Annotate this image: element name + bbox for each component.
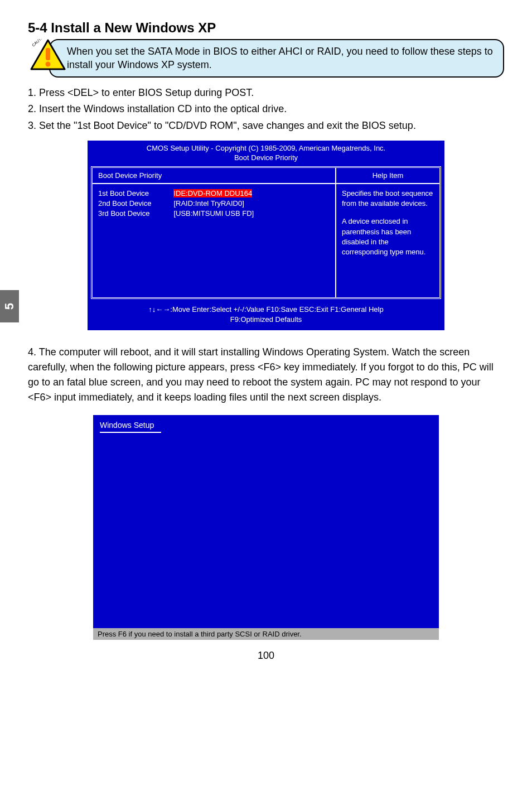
bios-footer-line1: ↑↓←→:Move Enter:Select +/-/:Value F10:Sa… — [90, 305, 442, 315]
bios-row1-label: 1st Boot Device — [98, 189, 151, 199]
windows-setup-screenshot: Windows Setup Press F6 if you need to in… — [93, 415, 439, 640]
install-steps-list: 1. Press <DEL> to enter BIOS Setup durin… — [28, 85, 504, 134]
bios-row2-value: [RAID:Intel TryRAID0] — [173, 199, 254, 209]
step-3: 3. Set the "1st Boot Device" to "CD/DVD … — [28, 118, 504, 134]
page-number: 100 — [28, 650, 504, 662]
bios-row2-label: 2nd Boot Device — [98, 199, 151, 209]
bios-body-left: 1st Boot Device 2nd Boot Device 3rd Boot… — [93, 184, 335, 297]
caution-icon: CAUTION — [30, 39, 66, 71]
bios-header-left: Boot Device Priority — [93, 168, 335, 184]
bios-help-text: Specifies the boot sequence from the ava… — [336, 184, 439, 263]
bios-row1-value-text: IDE:DVD-ROM DDU164 — [173, 189, 252, 197]
spacer — [342, 209, 434, 216]
bios-right-pane: Help Item Specifies the boot sequence fr… — [336, 168, 439, 297]
side-chapter-tab: 5 — [0, 290, 19, 322]
bios-left-pane: Boot Device Priority 1st Boot Device 2nd… — [93, 168, 336, 297]
bios-footer: ↑↓←→:Move Enter:Select +/-/:Value F10:Sa… — [88, 302, 444, 330]
caution-callout: CAUTION When you set the SATA Mode in BI… — [30, 39, 504, 78]
bios-title-line2: Boot Device Priority — [90, 153, 442, 163]
step-4-lead: 4. The computer will reboot, and it will… — [28, 346, 392, 358]
bios-row3-label: 3rd Boot Device — [98, 209, 151, 219]
bios-row3-value: [USB:MITSUMI USB FD] — [173, 209, 254, 219]
section-heading: 5-4 Install a New Windows XP — [28, 20, 504, 36]
windows-setup-body — [93, 433, 439, 628]
bios-table: Boot Device Priority 1st Boot Device 2nd… — [91, 166, 441, 299]
svg-rect-1 — [46, 48, 50, 60]
bios-help-p1: Specifies the boot sequence from the ava… — [342, 189, 434, 209]
caution-text: When you set the SATA Mode in BIOS to ei… — [49, 39, 504, 78]
bios-row1-value: IDE:DVD-ROM DDU164 — [173, 189, 254, 199]
bios-help-p2: A device enclosed in parenthesis has bee… — [342, 216, 434, 257]
bios-header-right: Help Item — [336, 168, 439, 184]
svg-point-2 — [46, 62, 51, 67]
bios-title: CMOS Setup Utility - Copyright (C) 1985-… — [88, 141, 444, 164]
side-chapter-label: 5 — [2, 303, 17, 310]
step-2: 2. Insert the Windows installation CD in… — [28, 102, 504, 117]
bios-values-col: IDE:DVD-ROM DDU164 [RAID:Intel TryRAID0]… — [173, 189, 254, 219]
windows-setup-statusbar: Press F6 if you need to install a third … — [93, 628, 439, 640]
bios-labels-col: 1st Boot Device 2nd Boot Device 3rd Boot… — [98, 189, 151, 219]
windows-setup-title: Windows Setup — [93, 415, 439, 431]
bios-screenshot: CMOS Setup Utility - Copyright (C) 1985-… — [88, 141, 444, 330]
bios-footer-line2: F9:Optimized Defaults — [90, 315, 442, 325]
bios-title-line1: CMOS Setup Utility - Copyright (C) 1985-… — [90, 144, 442, 153]
step-1: 1. Press <DEL> to enter BIOS Setup durin… — [28, 85, 504, 101]
step-4-paragraph: 4. The computer will reboot, and it will… — [28, 345, 504, 405]
